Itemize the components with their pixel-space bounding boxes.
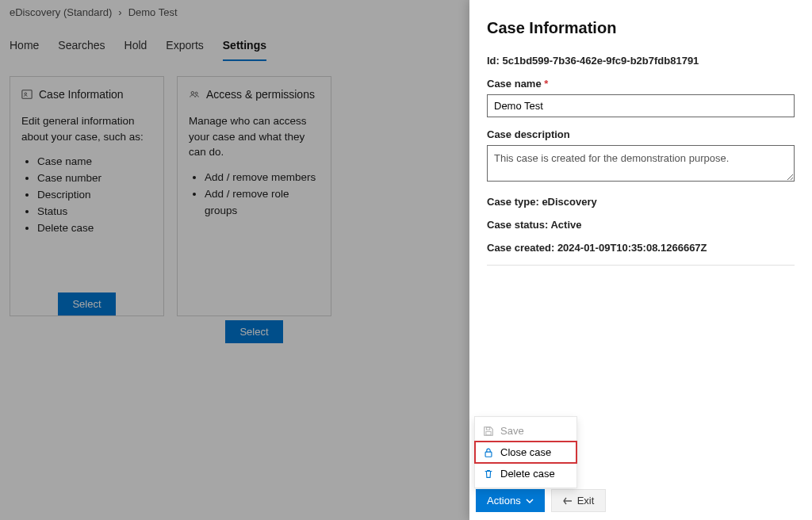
actions-button[interactable]: Actions <box>476 489 545 512</box>
case-id: Id: 5c1bd599-7b36-462e-9fc9-b2b7fdb81791 <box>487 55 795 67</box>
breadcrumb-root[interactable]: eDiscovery (Standard) <box>10 6 112 18</box>
chevron-down-icon <box>526 497 534 505</box>
people-icon <box>189 89 200 100</box>
card-bullet-list: Case name Case number Description Status… <box>37 154 152 237</box>
card-access-permissions: Access & permissions Manage who can acce… <box>177 76 331 316</box>
trash-icon <box>483 468 494 480</box>
chevron-right-icon: › <box>118 6 121 18</box>
card-title: Case Information <box>39 88 124 101</box>
svg-point-2 <box>191 92 194 95</box>
svg-rect-0 <box>22 90 32 99</box>
case-name-input[interactable] <box>487 94 795 117</box>
panel-heading: Case Information <box>487 19 795 37</box>
svg-point-3 <box>195 92 197 94</box>
tab-searches[interactable]: Searches <box>58 39 105 61</box>
lock-icon <box>483 447 494 458</box>
case-name-label: Case name * <box>487 78 795 90</box>
list-item: Add / remove members <box>205 170 320 186</box>
list-item: Delete case <box>37 220 152 237</box>
menu-item-save[interactable]: Save <box>475 420 576 442</box>
list-item: Case name <box>37 154 152 170</box>
tab-hold[interactable]: Hold <box>124 39 147 61</box>
list-item: Description <box>37 187 152 204</box>
card-description: Edit general information about your case… <box>21 113 152 144</box>
case-description-label: Case description <box>487 128 795 140</box>
panel-footer: Actions Exit <box>469 484 812 520</box>
list-item: Status <box>37 204 152 220</box>
svg-rect-5 <box>486 431 491 434</box>
tab-settings[interactable]: Settings <box>223 39 266 61</box>
arrow-left-icon <box>563 497 573 505</box>
case-information-panel: Case Information Id: 5c1bd599-7b36-462e-… <box>469 0 812 520</box>
exit-button[interactable]: Exit <box>551 489 607 512</box>
svg-point-1 <box>25 93 27 95</box>
list-item: Add / remove role groups <box>205 186 320 220</box>
contact-card-icon <box>21 89 33 100</box>
card-description: Manage who can access your case and what… <box>189 113 320 160</box>
card-case-information: Case Information Edit general informatio… <box>10 76 164 316</box>
menu-item-label: Save <box>500 425 524 437</box>
case-description-textarea[interactable]: This case is created for the demonstrati… <box>487 145 795 182</box>
list-item: Case number <box>37 170 152 187</box>
case-created: Case created: 2024-01-09T10:35:08.126666… <box>487 242 795 254</box>
actions-menu: Save Close case Delete case <box>474 416 577 488</box>
save-icon <box>483 426 494 437</box>
case-type: Case type: eDiscovery <box>487 196 795 208</box>
menu-item-close-case[interactable]: Close case <box>475 442 576 463</box>
case-status: Case status: Active <box>487 219 795 231</box>
menu-item-label: Close case <box>500 446 551 458</box>
card-title: Access & permissions <box>206 88 315 101</box>
tab-home[interactable]: Home <box>10 39 39 61</box>
select-case-info-button[interactable]: Select <box>58 292 115 315</box>
menu-item-delete-case[interactable]: Delete case <box>475 463 576 484</box>
svg-rect-6 <box>485 452 492 457</box>
menu-item-label: Delete case <box>500 468 555 480</box>
tab-exports[interactable]: Exports <box>166 39 203 61</box>
breadcrumb-current: Demo Test <box>128 6 178 18</box>
select-access-button[interactable]: Select <box>225 320 282 343</box>
svg-rect-4 <box>486 427 489 430</box>
card-bullet-list: Add / remove members Add / remove role g… <box>205 170 320 220</box>
